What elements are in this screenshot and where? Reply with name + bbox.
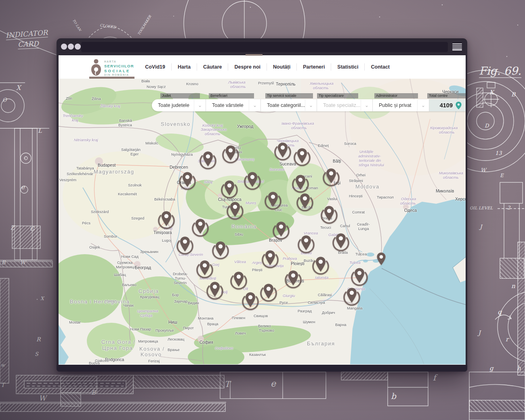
nav-item-harta[interactable]: Harta xyxy=(171,63,197,71)
map-cluster-pin[interactable] xyxy=(350,266,369,289)
nav-item-nout-i[interactable]: Noutăți xyxy=(267,63,296,71)
patent-annotation: X xyxy=(16,84,21,92)
map-cluster-pin[interactable] xyxy=(271,220,291,242)
patent-annotation: E xyxy=(500,173,504,178)
chevron-down-icon[interactable]: ⌄ xyxy=(417,100,429,111)
map-label: Одеська xyxy=(401,196,416,201)
map-label: область xyxy=(313,86,329,90)
map-cluster-pin[interactable] xyxy=(243,170,262,193)
map-cluster-pin[interactable] xyxy=(205,280,225,303)
map-label: Pécs xyxy=(82,221,90,225)
map-cluster-pin[interactable] xyxy=(241,290,260,313)
map-cluster-pin[interactable] xyxy=(157,209,176,232)
map-cluster-pin[interactable] xyxy=(296,234,316,256)
map-label: Lunga xyxy=(358,226,369,231)
map-label: Budapest xyxy=(98,163,116,167)
map-label: Prahova xyxy=(283,256,297,261)
filter-dropdown-judet[interactable]: Toate judetele⌄ xyxy=(152,99,206,111)
map-label: Добрич xyxy=(322,310,335,315)
map-cluster-pin[interactable] xyxy=(311,255,330,278)
map-label: България xyxy=(307,341,335,347)
hamburger-menu-icon[interactable] xyxy=(452,44,462,50)
map-cluster-pin[interactable] xyxy=(342,286,361,309)
map-label: Vâlcea xyxy=(234,259,246,264)
map-label: Разград xyxy=(298,309,312,313)
map-cluster-pin[interactable] xyxy=(178,170,197,193)
chevron-down-icon[interactable]: ⌄ xyxy=(361,100,372,111)
filter-dropdown-tip-servicii-sociale[interactable]: Toate categoriil...⌄ xyxy=(261,99,317,111)
map-label: Лесковац xyxy=(168,337,184,341)
nav-item-covid19[interactable]: CoVid19 xyxy=(139,63,171,71)
map-label: Moldova xyxy=(355,184,380,190)
filter-value-tip-specializare: Toate specializ... xyxy=(317,102,361,108)
patent-annotation: g xyxy=(489,365,494,372)
nav-item-c-utare[interactable]: Căutare xyxy=(197,63,228,71)
map-cluster-pin[interactable] xyxy=(273,141,292,163)
site-header: HARTA SERVICIILOR SOCIALE DIN ROMÂNIA Co… xyxy=(59,55,466,79)
filter-dropdown-beneficiari[interactable]: Toate vârstele⌄ xyxy=(206,99,261,111)
map-cluster-pin[interactable] xyxy=(295,192,315,214)
map-label: Soroca xyxy=(344,141,356,146)
map-cluster-pin[interactable] xyxy=(221,144,240,166)
map-label: Ploiești xyxy=(291,261,304,266)
map-cluster-pin[interactable] xyxy=(225,200,245,223)
address-bar[interactable] xyxy=(81,42,448,52)
logo-line-harta: HARTA xyxy=(104,61,134,63)
map-label: Тернопіль xyxy=(276,81,296,86)
map-cluster-pin[interactable] xyxy=(198,150,218,172)
map-label: Одеса xyxy=(404,208,417,213)
map-label: România xyxy=(231,224,257,230)
map-label: Ваљево xyxy=(122,282,136,287)
map-cluster-pin[interactable] xyxy=(229,270,248,293)
logo-text[interactable]: HARTA SERVICIILOR SOCIALE DIN ROMÂNIA xyxy=(104,60,134,77)
window-dot-2[interactable] xyxy=(68,44,74,50)
map-label: Пирот xyxy=(183,326,194,330)
patent-annotation: CARD xyxy=(18,40,39,49)
map-label: область xyxy=(230,84,246,89)
map-cluster-pin[interactable] xyxy=(319,204,339,227)
map-label: Хмельницька xyxy=(310,81,334,86)
romania-services-map[interactable]: BiałaNowy SączKrosnoPrzemyślЛьвівськаобл… xyxy=(59,79,466,364)
chevron-down-icon[interactable]: ⌄ xyxy=(194,100,206,111)
patent-annotation: X xyxy=(40,296,44,301)
nav-item-parteneri[interactable]: Parteneri xyxy=(296,63,331,71)
logo-person-icon[interactable] xyxy=(90,59,102,76)
filter-dropdown-administrator[interactable]: Public și privat⌄ xyxy=(373,99,429,111)
map-label: Србија xyxy=(140,313,152,318)
logo-line-sociale: SOCIALE xyxy=(104,69,134,73)
map-label: Mureș xyxy=(246,201,256,205)
nav-item-despre-noi[interactable]: Despre noi xyxy=(228,63,267,71)
patent-annotation: B xyxy=(511,91,515,98)
map-label: teritoriale din xyxy=(359,158,381,163)
patent-annotation: X xyxy=(489,89,494,96)
map-cluster-pin[interactable] xyxy=(220,179,239,201)
patent-annotation: L xyxy=(38,127,42,134)
patent-annotation: B xyxy=(2,259,6,265)
chevron-down-icon[interactable]: ⌄ xyxy=(249,100,260,111)
nav-item-statistici[interactable]: Statistici xyxy=(331,63,364,71)
map-cluster-pin[interactable] xyxy=(331,232,351,254)
map-cluster-pin[interactable] xyxy=(175,235,195,257)
map-label: Београд xyxy=(135,265,151,270)
window-dot-1[interactable] xyxy=(61,44,67,50)
nav-item-contact[interactable]: Contact xyxy=(364,63,396,71)
map-cluster-pin[interactable] xyxy=(292,146,312,169)
map-cluster-pin[interactable] xyxy=(195,259,214,281)
filter-dropdown-tip-specializare[interactable]: Toate specializ...⌄ xyxy=(317,99,373,111)
map-label: Veszprém xyxy=(59,178,76,182)
map-single-pin[interactable] xyxy=(376,252,386,267)
total-centres-value: 4109 xyxy=(440,102,453,109)
map-label: Русе xyxy=(279,300,288,305)
map-label: Gjakovë xyxy=(95,358,109,363)
map-label: Strășeni xyxy=(349,178,363,183)
map-label: Търново xyxy=(259,328,274,332)
map-label: Црна Гора xyxy=(102,345,133,351)
patent-annotation: 2 xyxy=(507,205,510,211)
map-cluster-pin[interactable] xyxy=(263,190,283,213)
map-cluster-pin[interactable] xyxy=(284,269,303,291)
map-cluster-pin[interactable] xyxy=(260,249,280,271)
map-cluster-pin[interactable] xyxy=(321,167,341,189)
window-dot-3[interactable] xyxy=(75,44,81,50)
map-cluster-pin[interactable] xyxy=(259,282,278,305)
chevron-down-icon[interactable]: ⌄ xyxy=(305,100,317,111)
